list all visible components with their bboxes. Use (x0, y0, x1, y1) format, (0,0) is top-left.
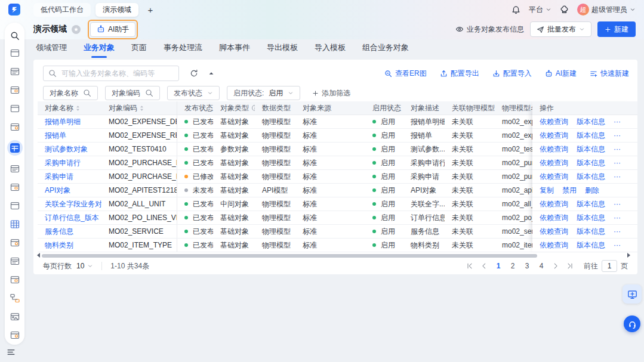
action-link[interactable]: 依赖查询 (540, 131, 568, 141)
more-actions-button[interactable]: ··· (614, 200, 621, 208)
module-14-icon[interactable] (10, 293, 20, 304)
action-link[interactable]: 版本信息 (577, 213, 605, 223)
module-12-icon[interactable] (10, 256, 20, 267)
module-13-icon[interactable] (10, 274, 20, 285)
object-name-link[interactable]: 关联全字段业务对... (45, 199, 101, 209)
app-logo[interactable] (8, 4, 20, 16)
ai-assistant-button[interactable]: AI助手 (90, 22, 135, 37)
tab-6[interactable]: 导出模板 (267, 42, 298, 54)
page-number-2[interactable]: 2 (507, 261, 518, 271)
more-actions-button[interactable]: ··· (614, 131, 621, 140)
batch-publish-button[interactable]: 批量发布 (530, 21, 591, 37)
customer-service-float-button[interactable] (624, 315, 640, 332)
scroll-left-icon[interactable] (36, 252, 41, 258)
publish-info-link[interactable]: 业务对象发布信息 (455, 24, 524, 35)
object-name-link[interactable]: 测试参数对象 (45, 144, 88, 154)
business-object-module-icon[interactable] (7, 140, 23, 156)
action-link[interactable]: 版本信息 (577, 199, 605, 209)
more-actions-button[interactable]: ··· (614, 214, 621, 222)
action-link[interactable]: 依赖查询 (540, 144, 568, 154)
filter-chip-4[interactable]: 启用状态:启用 (227, 86, 300, 100)
action-link[interactable]: 版本信息 (577, 227, 605, 237)
tab-2[interactable]: 业务对象 (84, 42, 115, 54)
bell-icon[interactable] (511, 5, 520, 14)
search-icon[interactable] (8, 29, 22, 43)
module-9-icon[interactable] (10, 200, 20, 211)
object-name-link[interactable]: API对象 (45, 185, 70, 196)
first-page-button[interactable] (464, 261, 475, 271)
action-link[interactable]: 复制 (540, 185, 554, 196)
tab-7[interactable]: 导入模板 (315, 42, 346, 54)
assistant-float-button[interactable] (623, 284, 642, 304)
filter-chip-3[interactable]: 发布状态 (167, 86, 220, 100)
workspace-tab[interactable]: 低代码工作台 (33, 3, 91, 17)
collapse-icon[interactable] (208, 70, 215, 77)
platform-menu[interactable]: 平台 (529, 5, 551, 15)
prev-page-button[interactable] (479, 261, 489, 271)
object-name-link[interactable]: 服务信息 (45, 227, 73, 237)
robot-link[interactable]: AI新建 (545, 69, 577, 79)
page-number-4[interactable]: 4 (536, 261, 547, 271)
last-page-button[interactable] (565, 261, 575, 271)
object-search-input[interactable] (60, 69, 174, 78)
object-name-link[interactable]: 采购申请行 (45, 158, 81, 168)
action-link[interactable]: 禁用 (562, 185, 577, 196)
quick-create-link[interactable]: 快速新建 (590, 69, 629, 79)
more-actions-button[interactable]: ··· (614, 241, 621, 249)
object-name-link[interactable]: 报销单明细 (45, 117, 81, 127)
user-menu[interactable]: 超 超级管理员 (577, 4, 636, 16)
favorite-star-icon[interactable] (72, 25, 81, 34)
per-page-select[interactable]: 10 (76, 262, 93, 270)
er-search-link[interactable]: 查看ER图 (384, 69, 427, 79)
object-name-link[interactable]: 采购申请 (45, 172, 73, 182)
module-15-icon[interactable] (10, 311, 20, 322)
action-link[interactable]: 依赖查询 (540, 240, 568, 250)
tab-4[interactable]: 事务处理流 (164, 42, 202, 54)
tab-3[interactable]: 页面 (131, 42, 147, 54)
page-number-1[interactable]: 1 (493, 261, 504, 271)
more-actions-button[interactable]: ··· (614, 227, 621, 236)
horizontal-scrollbar[interactable] (42, 254, 537, 258)
action-link[interactable]: 版本信息 (577, 117, 605, 127)
refresh-icon[interactable] (190, 69, 198, 78)
sort-icon[interactable] (76, 105, 80, 112)
add-tab-button[interactable]: + (144, 4, 156, 16)
more-actions-button[interactable]: ··· (614, 159, 621, 167)
action-link[interactable]: 版本信息 (577, 144, 605, 154)
action-link[interactable]: 版本信息 (577, 172, 605, 182)
module-5-icon[interactable] (10, 122, 20, 132)
menu-toggle-icon[interactable] (7, 348, 17, 358)
domain-tab[interactable]: 演示领域 (95, 3, 138, 17)
filter-chip-2[interactable]: 对象编码 (105, 86, 160, 100)
goto-page-input[interactable] (602, 260, 617, 272)
module-16-icon[interactable] (10, 330, 20, 341)
next-page-button[interactable] (550, 261, 561, 271)
action-link[interactable]: 依赖查询 (540, 213, 568, 223)
more-actions-button[interactable]: ··· (614, 117, 621, 126)
object-name-link[interactable]: 物料类别 (45, 240, 73, 250)
new-object-button[interactable]: 新建 (597, 21, 636, 37)
action-link[interactable]: 依赖查询 (540, 199, 568, 209)
action-link[interactable]: 依赖查询 (540, 227, 568, 237)
market-icon[interactable] (560, 5, 569, 14)
page-number-3[interactable]: 3 (522, 261, 532, 271)
module-11-icon[interactable] (10, 237, 20, 248)
scroll-right-icon[interactable] (627, 252, 631, 258)
column-header[interactable]: 对象名称 (38, 103, 101, 113)
more-actions-button[interactable]: ··· (614, 145, 621, 153)
tab-8[interactable]: 组合业务对象 (362, 42, 409, 54)
action-link[interactable]: 删除 (585, 185, 599, 196)
module-1-icon[interactable] (10, 48, 20, 58)
module-7-icon[interactable] (10, 163, 20, 174)
filter-chip-1[interactable]: 对象名称 (43, 86, 98, 100)
column-header[interactable]: 对象编码 (101, 101, 177, 115)
object-name-link[interactable]: 订单行信息_版本 (45, 213, 99, 223)
module-8-icon[interactable] (10, 182, 20, 193)
action-link[interactable]: 版本信息 (577, 158, 605, 168)
action-link[interactable]: 依赖查询 (540, 172, 568, 182)
module-2-icon[interactable] (10, 66, 20, 77)
object-name-link[interactable]: 报销单 (45, 131, 66, 141)
module-4-icon[interactable] (10, 103, 20, 114)
action-link[interactable]: 版本信息 (577, 240, 605, 250)
more-actions-button[interactable]: ··· (614, 172, 621, 181)
